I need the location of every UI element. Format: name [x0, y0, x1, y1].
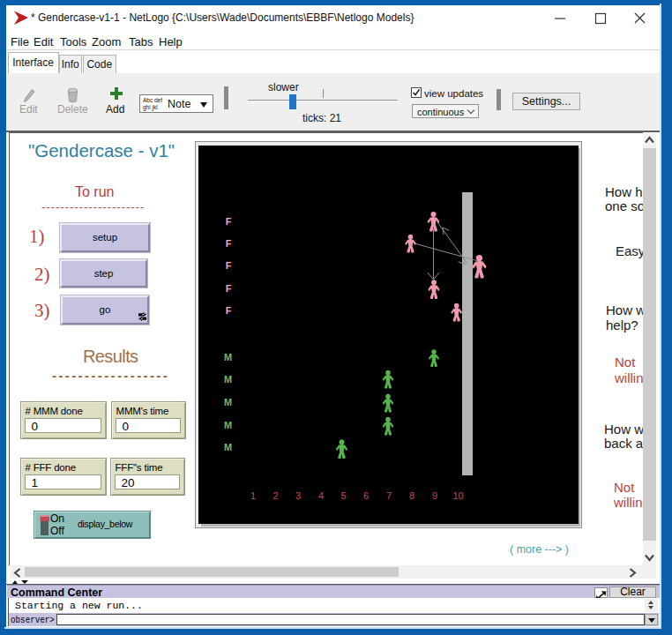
svg-text:8: 8 — [409, 490, 414, 501]
svg-text:M: M — [224, 374, 232, 385]
svg-text:10: 10 — [452, 490, 463, 501]
svg-text:M: M — [224, 442, 232, 452]
svg-text:7: 7 — [386, 490, 392, 501]
svg-text:F: F — [226, 283, 232, 294]
svg-text:M: M — [224, 352, 232, 362]
svg-text:M: M — [224, 397, 232, 407]
svg-text:4: 4 — [318, 490, 324, 501]
svg-text:F: F — [226, 238, 232, 249]
svg-text:M: M — [224, 420, 232, 430]
svg-text:F: F — [226, 216, 232, 227]
svg-text:1: 1 — [250, 490, 256, 501]
svg-text:F: F — [226, 260, 232, 271]
svg-text:2: 2 — [273, 490, 278, 501]
svg-text:5: 5 — [340, 490, 346, 501]
svg-text:F: F — [226, 305, 232, 316]
svg-text:9: 9 — [432, 490, 437, 501]
svg-text:3: 3 — [295, 490, 301, 501]
svg-text:6: 6 — [363, 490, 369, 501]
